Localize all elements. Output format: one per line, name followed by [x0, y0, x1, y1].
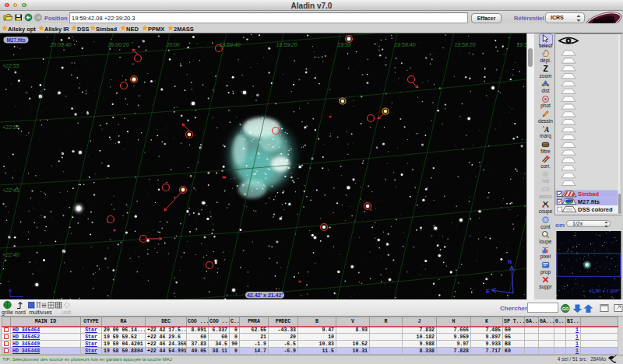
svg-text:PPMX: PPMX: [148, 26, 164, 33]
svg-text:unif.: unif.: [62, 310, 72, 315]
svg-text:19:5: 19:5: [516, 42, 526, 47]
svg-text:Simbad: Simbad: [578, 191, 600, 198]
svg-text:Simbad: Simbad: [96, 26, 118, 33]
svg-text:19:59:20: 19:59:20: [276, 42, 297, 47]
svg-text:Allsky opt: Allsky opt: [8, 26, 36, 33]
svg-text:20:00:40: 20:00:40: [49, 42, 71, 47]
svg-text:DSS: DSS: [77, 26, 89, 33]
svg-text:19:58:20: 19:58:20: [454, 42, 475, 47]
svg-text:E: E: [486, 289, 490, 294]
svg-text:multivues: multivues: [29, 310, 52, 315]
svg-text:grille: grille: [2, 310, 13, 316]
svg-text:A: A: [544, 126, 549, 133]
svg-text:Z: Z: [543, 65, 547, 73]
svg-text:42.42' x 21.42': 42.42' x 21.42': [247, 292, 283, 298]
svg-text:+22:40: +22:40: [2, 252, 19, 257]
svg-text:+22:55: +22:55: [2, 63, 19, 68]
svg-text:+22:45: +22:45: [2, 187, 19, 193]
svg-text:GO: GO: [562, 306, 569, 310]
svg-text:2MASS: 2MASS: [174, 26, 194, 33]
svg-text:nord: nord: [15, 310, 26, 315]
svg-text:N: N: [508, 259, 512, 264]
svg-text:DSS colored: DSS colored: [578, 206, 613, 213]
svg-text:+22:50: +22:50: [2, 124, 19, 130]
svg-text:M27.fits: M27.fits: [578, 198, 600, 205]
svg-text:M27.fits: M27.fits: [6, 37, 26, 43]
svg-text:Allsky IR: Allsky IR: [44, 26, 69, 33]
svg-text:NED: NED: [126, 26, 139, 33]
svg-text:20:00:20: 20:00:20: [107, 42, 128, 47]
svg-text:20:00: 20:00: [165, 42, 180, 47]
svg-text:19:58:40: 19:58:40: [394, 42, 415, 47]
svg-text:41.90' x 1.008°: 41.90' x 1.008°: [589, 289, 620, 293]
